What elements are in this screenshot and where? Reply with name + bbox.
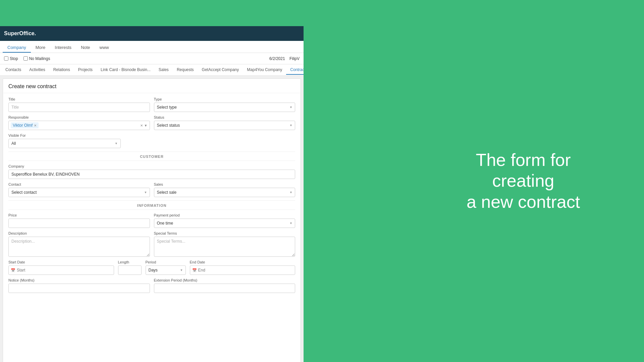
period-select-wrap: Days	[146, 265, 186, 275]
user-value: FilipV	[289, 56, 300, 61]
responsible-clear-icon[interactable]: ✕	[140, 124, 143, 127]
date-user-info: 6/2/2021 FilipV	[269, 56, 300, 61]
payment-period-group: Payment period One time	[154, 213, 296, 228]
bg-text-line2: a new contract	[467, 192, 580, 212]
description-textarea[interactable]	[8, 237, 150, 257]
payment-period-select[interactable]: One time	[154, 219, 296, 228]
contact-sales-row: Contact Select contact Sales Select sale	[8, 182, 295, 197]
nav-projects[interactable]: Projects	[74, 65, 97, 75]
end-date-field[interactable]: 📅	[190, 265, 296, 275]
tab-interests[interactable]: Interests	[50, 43, 76, 53]
nav-contacts[interactable]: Contacts	[1, 65, 25, 75]
title-group: Title	[8, 97, 150, 112]
length-input[interactable]: 0	[118, 265, 142, 275]
extension-period-input[interactable]: 0	[154, 284, 296, 293]
title-label: Title	[8, 97, 150, 101]
price-group: Price 0	[8, 213, 150, 228]
responsible-value: Viktor Olmf	[13, 123, 33, 128]
type-select[interactable]: Select type	[154, 103, 296, 112]
tab-note[interactable]: Note	[76, 43, 95, 53]
end-date-label: End Date	[190, 260, 296, 264]
period-group: Period Days	[146, 260, 186, 275]
stop-checkbox[interactable]	[4, 56, 8, 61]
title-type-row: Title Type Select type	[8, 97, 295, 112]
responsible-tag: Viktor Olmf ✕	[11, 122, 39, 128]
tab-more[interactable]: More	[31, 43, 50, 53]
status-group: Status Select status	[154, 115, 296, 130]
period-select[interactable]: Days	[146, 265, 186, 275]
responsible-field[interactable]: Viktor Olmf ✕ ✕ ▼	[8, 121, 150, 130]
company-field[interactable]: Superoffice Benelux BV, EINDHOVEN	[8, 170, 295, 179]
sales-label: Sales	[154, 182, 296, 186]
visible-for-arrow-icon: ▼	[115, 142, 118, 145]
responsible-dropdown-icon[interactable]: ▼	[144, 124, 148, 127]
date-value: 6/2/2021	[269, 56, 285, 61]
end-date-group: End Date 📅	[190, 260, 296, 275]
app-logo: SuperOffice.	[4, 31, 36, 37]
description-group: Description	[8, 231, 150, 257]
tab-www[interactable]: www	[95, 43, 114, 53]
main-window: SuperOffice. Company More Interests Note…	[0, 26, 304, 362]
extension-period-group: Extension Period (Months) 0	[154, 278, 296, 293]
nav-relations[interactable]: Relations	[49, 65, 74, 75]
notice-input[interactable]: 0	[8, 284, 150, 293]
no-mailings-label: No Mailings	[29, 56, 50, 61]
special-terms-textarea[interactable]	[154, 237, 296, 257]
responsible-status-row: Responsible Viktor Olmf ✕ ✕ ▼ Status	[8, 115, 295, 130]
start-date-field[interactable]: 📅	[8, 265, 114, 275]
payment-period-label: Payment period	[154, 213, 296, 217]
company-group: Company Superoffice Benelux BV, EINDHOVE…	[8, 164, 295, 179]
type-select-wrap: Select type	[154, 103, 296, 112]
form-body: Title Type Select type Responsible	[3, 93, 301, 300]
desc-terms-row: Description Special Terms	[8, 231, 295, 257]
status-select[interactable]: Select status	[154, 121, 296, 130]
no-mailings-checkbox[interactable]	[23, 56, 28, 61]
responsible-label: Responsible	[8, 115, 150, 119]
nav-contracts[interactable]: Contracts	[286, 65, 304, 75]
end-date-input[interactable]	[198, 268, 293, 273]
no-mailings-checkbox-group: No Mailings	[23, 56, 50, 61]
contact-select-wrap: Select contact	[8, 188, 150, 197]
information-section-header: INFORMATION	[8, 200, 295, 210]
nav-sales[interactable]: Sales	[155, 65, 173, 75]
contact-label: Contact	[8, 182, 150, 186]
responsible-remove-icon[interactable]: ✕	[34, 124, 37, 127]
form-title: Create new contract	[3, 79, 301, 93]
tab-company[interactable]: Company	[3, 43, 31, 53]
visible-for-field[interactable]: All ▼	[8, 139, 121, 148]
price-input[interactable]: 0	[8, 219, 150, 228]
nav-map4you[interactable]: Map4You Company	[243, 65, 286, 75]
company-label: Company	[8, 164, 295, 168]
period-label: Period	[146, 260, 186, 264]
visible-for-group: Visible For All ▼	[8, 133, 121, 148]
nav-activities[interactable]: Activities	[25, 65, 49, 75]
sales-select[interactable]: Select sale	[154, 188, 296, 197]
tab-bar: Company More Interests Note www	[0, 41, 304, 53]
company-value: Superoffice Benelux BV, EINDHOVEN	[11, 172, 79, 177]
status-select-wrap: Select status	[154, 121, 296, 130]
length-group: Length 0	[118, 260, 142, 275]
start-date-group: Start Date 📅	[8, 260, 114, 275]
stop-label: Stop	[10, 56, 18, 61]
status-label: Status	[154, 115, 296, 119]
nav-getaccept[interactable]: GetAccept Company	[198, 65, 243, 75]
length-label: Length	[118, 260, 142, 264]
start-date-input[interactable]	[17, 268, 112, 273]
customer-section-header: CUSTOMER	[8, 152, 295, 161]
notice-extension-row: Notice (Months) 0 Extension Period (Mont…	[8, 278, 295, 293]
type-label: Type	[154, 97, 296, 101]
title-input[interactable]	[8, 103, 150, 112]
start-date-label: Start Date	[8, 260, 114, 264]
contact-select[interactable]: Select contact	[8, 188, 150, 197]
contact-group: Contact Select contact	[8, 182, 150, 197]
date-row: Start Date 📅 Length 0 Period Days	[8, 260, 295, 275]
special-terms-group: Special Terms	[154, 231, 296, 257]
end-calendar-icon: 📅	[192, 268, 197, 273]
nav-link-card[interactable]: Link Card - Bisnode Busin...	[97, 65, 155, 75]
stop-checkbox-group: Stop	[4, 56, 18, 61]
sales-select-wrap: Select sale	[154, 188, 296, 197]
type-group: Type Select type	[154, 97, 296, 112]
sub-header: Stop No Mailings 6/2/2021 FilipV	[0, 53, 304, 64]
visible-for-label: Visible For	[8, 133, 121, 137]
nav-requests[interactable]: Requests	[173, 65, 198, 75]
